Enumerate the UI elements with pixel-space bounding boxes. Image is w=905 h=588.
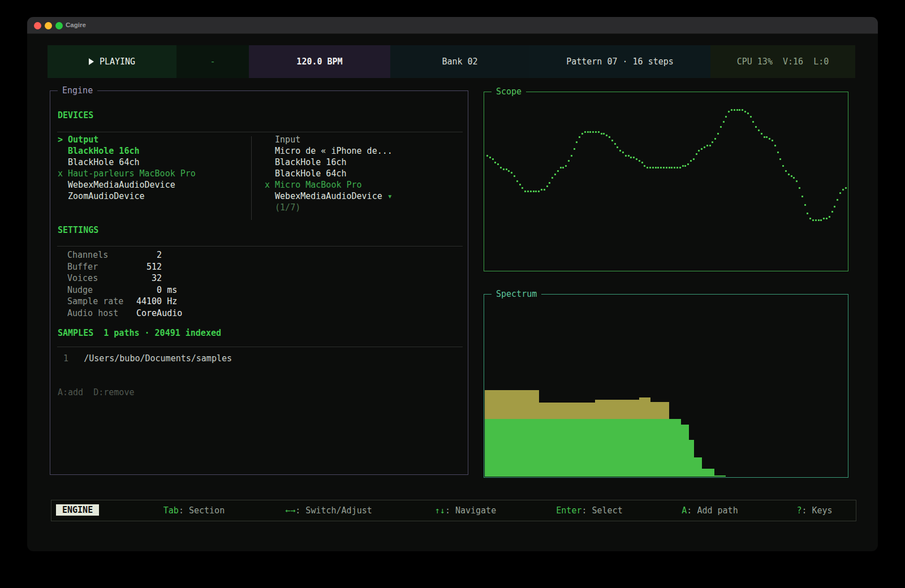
shortcut-section: Tab: Section xyxy=(163,505,225,516)
samples-meta: 1 paths · 20491 indexed xyxy=(104,328,221,338)
setting-row[interactable]: Nudge 0 ms xyxy=(67,284,305,296)
screen: Cagire PLAYING - 120.0 BPM Bank 02 Patte… xyxy=(0,0,905,588)
bpm-display: 120.0 BPM xyxy=(249,45,390,78)
setting-value: CoreAudio xyxy=(136,308,182,318)
app-window: Cagire PLAYING - 120.0 BPM Bank 02 Patte… xyxy=(27,17,878,551)
shortcut-key: A xyxy=(682,505,687,516)
sample-path-row[interactable]: 1 /Users/bubo/Documents/samples xyxy=(63,353,232,364)
shortcut-key: Enter xyxy=(556,505,581,516)
output-device-item-label: BlackHole 64ch xyxy=(68,157,139,167)
input-device-item[interactable]: Micro de « iPhone de... xyxy=(265,145,460,157)
maximize-window-button[interactable] xyxy=(55,22,63,29)
shortcut-key: ? xyxy=(796,505,801,516)
indent xyxy=(58,180,68,190)
output-device-item[interactable]: ZoomAudioDevice xyxy=(58,191,244,202)
indent xyxy=(265,135,275,145)
engine-panel: Engine DEVICES > Output BlackHole 16ch B… xyxy=(50,90,468,475)
spectrum-peak-bar xyxy=(639,397,651,419)
play-icon xyxy=(89,58,94,65)
path-index: 1 xyxy=(63,353,84,364)
indent xyxy=(265,157,275,167)
spectrum-level-bar xyxy=(595,419,639,477)
settings-list: Channels 2Buffer 512Voices 32Nudge 0 msS… xyxy=(67,249,305,319)
input-device-item[interactable]: WebexMediaAudioDevice ▾ xyxy=(265,191,460,202)
setting-row[interactable]: Voices 32 xyxy=(67,273,305,284)
pattern-display: Pattern 07 · 16 steps xyxy=(529,45,710,78)
spectrum-level-bar xyxy=(694,457,703,477)
input-device-item[interactable]: x Micro MacBook Pro xyxy=(265,179,460,191)
cursor-icon: > xyxy=(58,135,68,145)
output-device-item[interactable]: BlackHole 16ch xyxy=(58,145,244,157)
output-device-item[interactable]: x Haut-parleurs MacBook Pro xyxy=(58,168,244,179)
setting-label: Sample rate xyxy=(67,296,136,308)
indent xyxy=(58,146,68,156)
input-device-item[interactable]: BlackHole 64ch xyxy=(265,168,460,179)
shortcut-label: : Section xyxy=(179,505,225,516)
path-text: /Users/bubo/Documents/samples xyxy=(84,353,232,364)
column-divider xyxy=(251,136,252,220)
transport-bar: PLAYING - 120.0 BPM Bank 02 Pattern 07 ·… xyxy=(48,45,855,78)
spectrum-level-bar xyxy=(538,419,596,477)
shortcut-label: : Add path xyxy=(687,505,738,516)
spectrum-level-bar xyxy=(639,419,651,477)
indent xyxy=(265,146,275,156)
input-device-item-label: Micro de « iPhone de... xyxy=(275,146,393,156)
divider xyxy=(57,347,463,347)
input-device-item[interactable]: Input xyxy=(265,134,460,145)
divider xyxy=(57,246,463,247)
shortcut-add-path: A: Add path xyxy=(682,505,738,516)
setting-row[interactable]: Channels 2 xyxy=(67,249,305,261)
shortcut-key: ←→ xyxy=(285,505,295,516)
engine-stats: CPU 13% V:16 L:0 xyxy=(710,45,855,78)
input-device-item-label: BlackHole 16ch xyxy=(275,157,346,167)
output-device-item-label: Haut-parleurs MacBook Pro xyxy=(68,168,196,179)
output-device-item-label: WebexMediaAudioDevice xyxy=(68,180,175,190)
input-device-item[interactable]: (1/7) xyxy=(265,202,460,213)
setting-row[interactable]: Audio hostCoreAudio xyxy=(67,308,305,319)
input-device-item-label: WebexMediaAudioDevice xyxy=(275,191,382,201)
settings-header: SETTINGS xyxy=(58,225,98,235)
shortcut-navigate: ↑↓: Navigate xyxy=(435,505,496,516)
transport-state: PLAYING xyxy=(48,45,176,78)
transport-state-label: PLAYING xyxy=(100,57,135,67)
active-device-marker: x xyxy=(58,168,68,179)
setting-value: 2 xyxy=(136,250,162,260)
setting-value: 44100 Hz xyxy=(136,296,177,306)
setting-label: Buffer xyxy=(67,261,136,273)
status-bar: ENGINE Tab: Section←→: Switch/Adjust↑↓: … xyxy=(51,500,856,521)
setting-row[interactable]: Buffer 512 xyxy=(67,261,305,273)
samples-key-hint: A:add D:remove xyxy=(58,387,134,397)
output-device-item-label: Output xyxy=(68,135,98,145)
devices-header: DEVICES xyxy=(58,110,93,120)
indent xyxy=(265,202,275,213)
scope-panel: Scope xyxy=(484,92,848,271)
indent xyxy=(58,157,68,167)
active-device-marker: x xyxy=(265,180,275,190)
spectrum-peak-bar xyxy=(485,390,539,419)
setting-label: Nudge xyxy=(67,284,136,296)
spectrum-level-bar xyxy=(669,419,681,477)
mode-badge: ENGINE xyxy=(56,504,99,516)
shortcut-keys: ?: Keys xyxy=(796,505,832,516)
scope-waveform xyxy=(485,93,847,270)
output-device-item[interactable]: BlackHole 64ch xyxy=(58,157,244,168)
shortcut-label: : Select xyxy=(581,505,622,516)
setting-row[interactable]: Sample rate44100 Hz xyxy=(67,296,305,308)
close-window-button[interactable] xyxy=(34,22,41,29)
input-device-item[interactable]: BlackHole 16ch xyxy=(265,157,460,168)
spectrum-peak-bar xyxy=(650,402,669,419)
shortcut-switch-adjust: ←→: Switch/Adjust xyxy=(285,505,372,516)
setting-label: Audio host xyxy=(67,308,136,319)
setting-value: 0 ms xyxy=(136,285,177,295)
window-titlebar: Cagire xyxy=(27,17,878,34)
setting-label: Channels xyxy=(67,249,136,261)
indent xyxy=(265,191,275,201)
swing-indicator: - xyxy=(176,45,249,78)
setting-value: 512 xyxy=(136,262,162,272)
output-device-item[interactable]: WebexMediaAudioDevice xyxy=(58,179,244,191)
spectrum-level-bar xyxy=(485,419,539,477)
shortcut-label: : Switch/Adjust xyxy=(295,505,372,516)
output-device-item[interactable]: > Output xyxy=(58,134,244,145)
spectrum-level-bar xyxy=(714,475,726,477)
minimize-window-button[interactable] xyxy=(45,22,52,29)
